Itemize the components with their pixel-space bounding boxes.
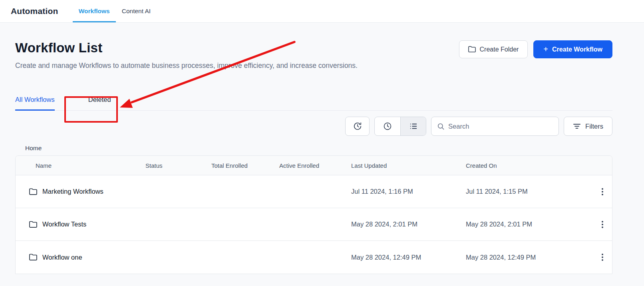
search-icon [437, 123, 445, 130]
row-actions-menu-icon[interactable] [596, 185, 609, 198]
folder-name: Marketing Workflows [42, 188, 103, 195]
column-header-status: Status [145, 162, 211, 169]
history-clock-icon [353, 122, 362, 131]
row-actions-menu-icon[interactable] [596, 218, 609, 231]
created-on-cell: Jul 11 2024, 1:15 PM [466, 188, 589, 195]
last-updated-cell: Jul 11 2024, 1:16 PM [351, 188, 466, 195]
folder-icon [29, 188, 37, 195]
search-container [431, 117, 559, 136]
table-row[interactable]: Marketing Workflows Jul 11 2024, 1:16 PM… [16, 175, 612, 208]
folder-icon [29, 254, 37, 261]
search-input[interactable] [448, 123, 553, 130]
folder-name-cell[interactable]: Marketing Workflows [16, 188, 145, 195]
table-header-row: Name Status Total Enrolled Active Enroll… [16, 156, 612, 175]
top-nav: Automation Workflows Content AI [0, 0, 644, 23]
plus-icon: + [543, 45, 548, 53]
filters-button[interactable]: Filters [564, 117, 612, 136]
table-row[interactable]: Workflow one May 28 2024, 12:49 PM May 2… [16, 241, 612, 274]
row-actions-menu-icon[interactable] [596, 251, 609, 264]
nav-tab-content-ai[interactable]: Content AI [116, 0, 157, 22]
page-description: Create and manage Workflows to automate … [15, 60, 358, 72]
last-updated-cell: May 28 2024, 2:01 PM [351, 220, 466, 228]
table-row[interactable]: Workflow Tests May 28 2024, 2:01 PM May … [16, 208, 612, 241]
tab-all-workflows-label: All Workflows [15, 96, 55, 103]
page-header: Workflow List Create and manage Workflow… [15, 40, 612, 72]
list-view-icon [409, 122, 418, 131]
history-button[interactable] [345, 117, 370, 136]
nav-tab-content-ai-label: Content AI [122, 8, 151, 15]
breadcrumb[interactable]: Home [25, 145, 612, 152]
filters-label: Filters [585, 123, 603, 130]
workflow-tabs: All Workflows Deleted [15, 89, 612, 111]
column-header-last-updated: Last Updated [351, 162, 466, 169]
column-header-name: Name [16, 162, 145, 169]
tab-all-workflows[interactable]: All Workflows [15, 96, 55, 110]
nav-tab-workflows[interactable]: Workflows [73, 0, 116, 22]
view-toggle [374, 117, 426, 136]
create-workflow-label: Create Workflow [552, 46, 602, 53]
nav-tab-workflows-label: Workflows [79, 8, 110, 15]
folder-icon [29, 221, 37, 228]
folder-name: Workflow Tests [42, 220, 86, 228]
main-content: Workflow List Create and manage Workflow… [0, 40, 644, 274]
tab-deleted-label: Deleted [88, 96, 111, 103]
tab-deleted[interactable]: Deleted [88, 96, 111, 110]
column-header-created-on: Created On [466, 162, 589, 169]
filter-lines-icon [573, 123, 581, 129]
create-workflow-button[interactable]: + Create Workflow [533, 40, 612, 58]
toolbar: Filters [15, 117, 612, 136]
folder-name-cell[interactable]: Workflow one [16, 254, 145, 261]
clock-icon [383, 122, 392, 131]
create-folder-button[interactable]: Create Folder [459, 40, 528, 58]
page-header-text: Workflow List Create and manage Workflow… [15, 40, 358, 72]
folder-icon [468, 46, 476, 53]
page-title: Workflow List [15, 40, 358, 56]
folder-name: Workflow one [42, 254, 82, 261]
recent-view-segment[interactable] [375, 117, 400, 135]
list-view-segment[interactable] [400, 117, 426, 135]
created-on-cell: May 28 2024, 2:01 PM [466, 220, 589, 228]
column-header-total-enrolled: Total Enrolled [211, 162, 279, 169]
folder-name-cell[interactable]: Workflow Tests [16, 220, 145, 228]
app-title: Automation [11, 6, 58, 16]
create-folder-label: Create Folder [480, 46, 519, 53]
header-buttons: Create Folder + Create Workflow [459, 40, 612, 58]
column-header-active-enrolled: Active Enrolled [279, 162, 351, 169]
created-on-cell: May 28 2024, 12:49 PM [466, 254, 589, 261]
workflow-table: Name Status Total Enrolled Active Enroll… [15, 155, 612, 274]
last-updated-cell: May 28 2024, 12:49 PM [351, 254, 466, 261]
